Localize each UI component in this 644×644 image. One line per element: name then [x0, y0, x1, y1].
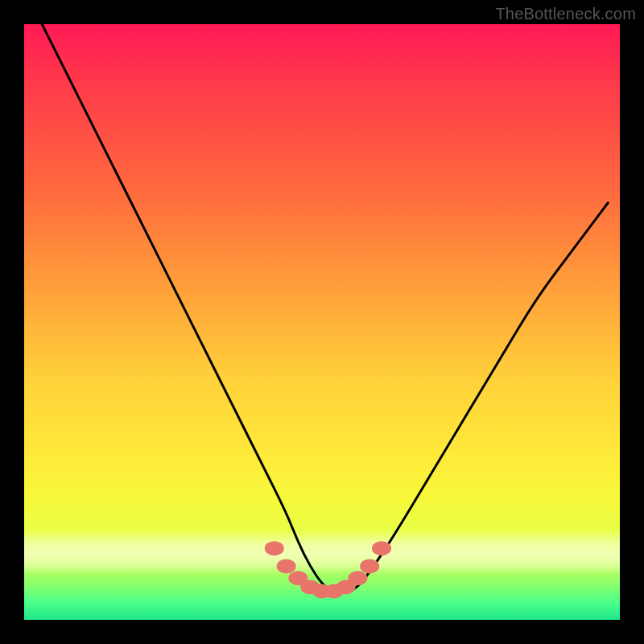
highlight-dot [312, 584, 332, 599]
bottleneck-curve-path [42, 24, 608, 593]
highlight-dots [265, 541, 391, 598]
plot-area [24, 24, 620, 620]
highlight-dot [288, 571, 308, 585]
highlight-band [24, 530, 620, 575]
watermark-text: TheBottleneck.com [495, 5, 636, 23]
highlight-dot [336, 580, 356, 594]
highlight-dot [360, 559, 379, 573]
highlight-dot [265, 541, 284, 555]
highlight-dot [348, 571, 367, 585]
bottleneck-curve [42, 24, 608, 593]
highlight-dot [372, 541, 391, 555]
chart-frame: TheBottleneck.com [0, 0, 644, 644]
highlight-dot [300, 580, 320, 594]
highlight-dot [324, 584, 344, 599]
highlight-dot [277, 559, 296, 573]
curve-layer [24, 24, 620, 620]
